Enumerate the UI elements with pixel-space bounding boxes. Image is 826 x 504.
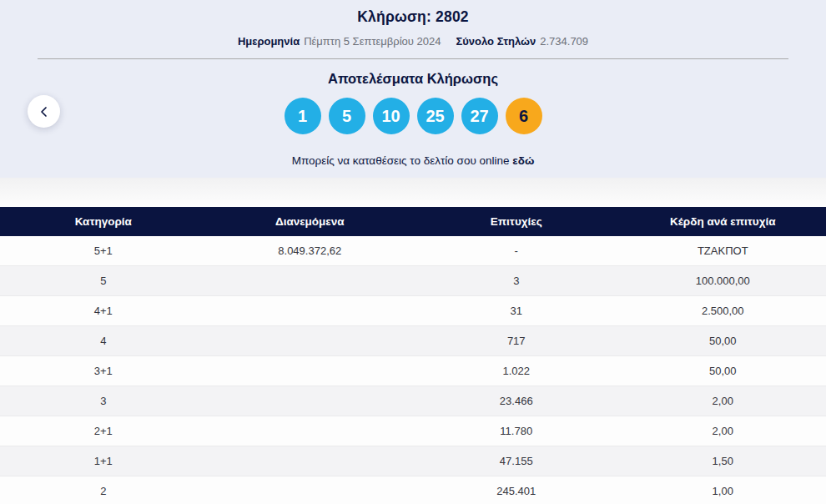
table-cell-winners: 3	[413, 275, 620, 287]
table-header-row: ΚατηγορίαΔιανεμόμεναΕπιτυχίεςΚέρδη ανά ε…	[0, 207, 826, 236]
table-cell-prize: 1,50	[620, 455, 826, 467]
table-cell-prize: 50,00	[620, 365, 826, 377]
table-cell-prize: 100.000,00	[620, 275, 826, 287]
total-columns-value: 2.734.709	[540, 35, 588, 48]
table-cell-winners: 245.401	[413, 485, 620, 497]
deposit-text: Μπορείς να καταθέσεις το δελτίο σου onli…	[292, 154, 510, 167]
table-cell-category: 1+1	[0, 455, 207, 467]
deposit-line: Μπορείς να καταθέσεις το δελτίο σου onli…	[0, 154, 826, 167]
table-cell-winners: -	[413, 244, 620, 257]
prev-draw-button[interactable]	[28, 95, 60, 128]
table-cell-category: 3	[0, 395, 207, 407]
results-heading: Αποτελέσματα Κλήρωσης	[0, 71, 826, 87]
table-cell-category: 3+1	[0, 365, 207, 377]
deposit-here-link[interactable]: εδώ	[512, 154, 534, 167]
chevron-left-icon	[38, 106, 50, 118]
table-row: 471750,00	[0, 326, 826, 356]
table-cell-prize: 1,00	[620, 485, 826, 497]
drawn-number-ball: 1	[285, 98, 321, 134]
table-cell-prize: 2,00	[620, 425, 826, 437]
table-cell-category: 4+1	[0, 305, 207, 317]
draw-date: Ημερομηνία Πέμπτη 5 Σεπτεμβρίου 2024	[238, 35, 441, 48]
drawn-number-ball: 5	[329, 98, 365, 134]
drawn-number-ball: 27	[461, 98, 498, 134]
table-cell-category: 2	[0, 485, 207, 497]
total-columns: Σύνολο Στηλών 2.734.709	[456, 35, 588, 48]
draw-header-section: Κλήρωση: 2802 Ημερομηνία Πέμπτη 5 Σεπτεμ…	[0, 0, 826, 178]
table-header-cell: Κατηγορία	[0, 215, 207, 228]
header-divider	[38, 58, 788, 59]
table-header-cell: Κέρδη ανά επιτυχία	[620, 215, 826, 228]
table-row: 2+111.7802,00	[0, 416, 826, 446]
table-cell-prize: 2.500,00	[620, 305, 826, 317]
table-row: 4+1312.500,00	[0, 296, 826, 326]
table-row: 2245.4011,00	[0, 476, 826, 504]
table-body: 5+18.049.372,62-ΤΖΑΚΠΟΤ53100.000,004+131…	[0, 236, 826, 504]
table-cell-winners: 1.022	[413, 365, 620, 377]
table-cell-category: 5+1	[0, 244, 207, 257]
draw-date-label: Ημερομηνία	[238, 35, 300, 48]
drawn-number-ball: 25	[417, 98, 454, 134]
table-row: 3+11.02250,00	[0, 356, 826, 386]
table-row: 1+147.1551,50	[0, 446, 826, 476]
draw-meta: Ημερομηνία Πέμπτη 5 Σεπτεμβρίου 2024 Σύν…	[0, 35, 826, 48]
table-cell-winners: 47.155	[413, 455, 620, 467]
table-row: 323.4662,00	[0, 386, 826, 416]
table-cell-category: 4	[0, 335, 207, 347]
draw-title: Κλήρωση: 2802	[0, 8, 826, 26]
section-gap	[0, 178, 826, 207]
total-columns-label: Σύνολο Στηλών	[456, 35, 536, 48]
table-row: 5+18.049.372,62-ΤΖΑΚΠΟΤ	[0, 236, 826, 266]
table-cell-prize: 2,00	[620, 395, 826, 407]
table-header-cell: Επιτυχίες	[413, 215, 620, 228]
table-cell-winners: 23.466	[413, 395, 620, 407]
drawn-numbers-row: 151025276	[0, 98, 826, 134]
table-cell-category: 2+1	[0, 425, 207, 437]
table-row: 53100.000,00	[0, 266, 826, 296]
table-cell-category: 5	[0, 275, 207, 287]
winnings-table: ΚατηγορίαΔιανεμόμεναΕπιτυχίεςΚέρδη ανά ε…	[0, 207, 826, 504]
table-cell-winners: 31	[413, 305, 620, 317]
table-header-cell: Διανεμόμενα	[207, 215, 414, 228]
table-cell-prize: 50,00	[620, 335, 826, 347]
table-cell-prize: ΤΖΑΚΠΟΤ	[620, 244, 826, 257]
table-cell-winners: 717	[413, 335, 620, 347]
table-cell-winners: 11.780	[413, 425, 620, 437]
bonus-number-ball: 6	[506, 98, 542, 134]
draw-date-value: Πέμπτη 5 Σεπτεμβρίου 2024	[304, 35, 441, 48]
drawn-number-ball: 10	[373, 98, 410, 134]
table-cell-distributed: 8.049.372,62	[207, 244, 414, 257]
